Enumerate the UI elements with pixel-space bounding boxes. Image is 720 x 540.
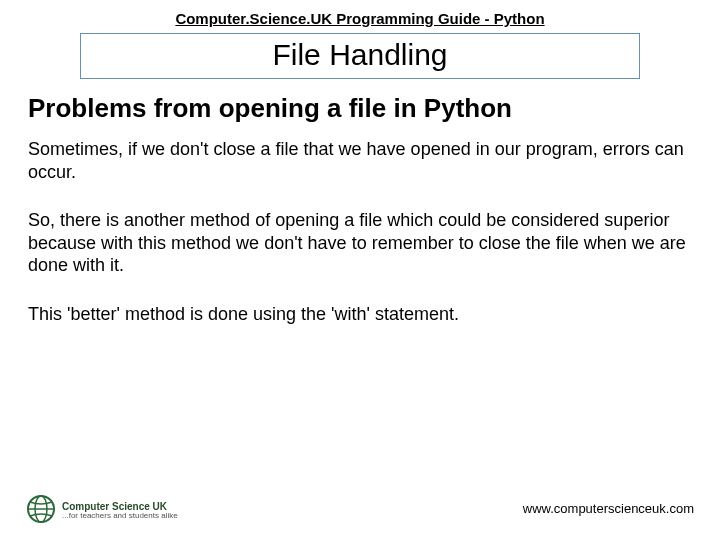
logo-line2: ...for teachers and students alike [62,512,178,521]
logo-text: Computer Science UK ...for teachers and … [62,501,178,521]
paragraph-3: This 'better' method is done using the '… [28,303,692,326]
paragraph-1: Sometimes, if we don't close a file that… [28,138,692,183]
content-area: Problems from opening a file in Python S… [0,79,720,325]
section-heading: Problems from opening a file in Python [28,93,692,124]
brand-logo: Computer Science UK ...for teachers and … [26,494,178,528]
guide-header: Computer.Science.UK Programming Guide - … [0,0,720,27]
page-title: File Handling [272,38,447,71]
paragraph-2: So, there is another method of opening a… [28,209,692,277]
title-box: File Handling [80,33,640,79]
globe-icon [26,494,56,528]
footer: Computer Science UK ...for teachers and … [0,484,720,530]
site-url: www.computerscienceuk.com [523,501,694,516]
